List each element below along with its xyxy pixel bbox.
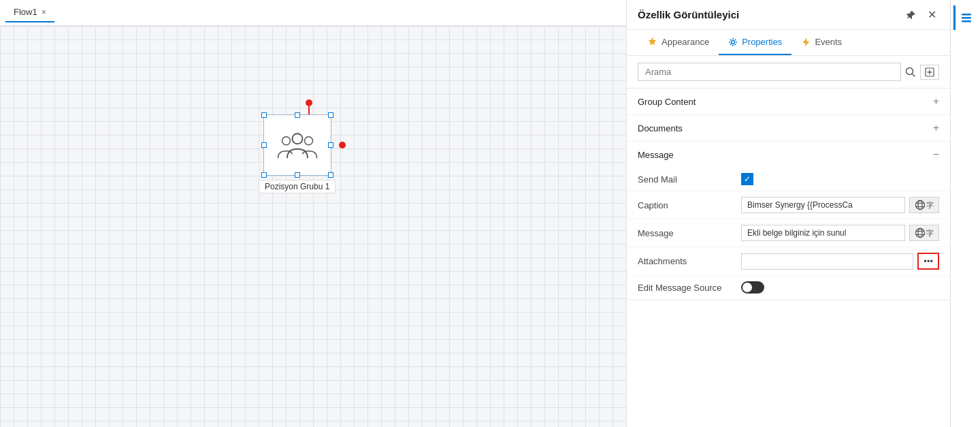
- svg-point-9: [916, 201, 925, 210]
- panel-list-button[interactable]: [953, 5, 978, 30]
- edit-message-source-label: Edit Message Source: [638, 283, 733, 293]
- handle-mr[interactable]: [328, 142, 333, 148]
- send-mail-checkbox[interactable]: ✓: [741, 173, 753, 185]
- pin-icon: [906, 10, 917, 20]
- message-input[interactable]: [741, 225, 905, 241]
- svg-rect-18: [962, 17, 971, 19]
- canvas-grid[interactable]: Pozisyon Grubu 1: [0, 26, 626, 427]
- svg-point-2: [304, 136, 312, 144]
- edit-message-source-toggle[interactable]: [741, 281, 764, 294]
- tab-close-btn[interactable]: ×: [42, 7, 46, 17]
- checkmark-icon: ✓: [744, 174, 751, 184]
- prop-attachments: Attachments •••: [627, 247, 950, 276]
- group-content-expand-icon[interactable]: +: [933, 95, 939, 108]
- message-value: 字: [741, 225, 939, 241]
- handle-tr[interactable]: [328, 112, 333, 118]
- node-label: Pozisyon Grubu 1: [259, 180, 336, 193]
- panel-title: Özellik Görüntüleyici: [638, 9, 739, 20]
- message-az-icon: 字: [926, 228, 934, 238]
- svg-point-1: [282, 136, 290, 144]
- attachments-browse-button[interactable]: •••: [917, 253, 939, 270]
- node-icon: [277, 127, 318, 164]
- svg-point-13: [916, 229, 925, 238]
- handle-bm[interactable]: [295, 172, 300, 178]
- panel-header: Özellik Görüntüleyici ✕: [627, 0, 950, 30]
- prop-message: Message 字: [627, 219, 950, 247]
- caption-value: 字: [741, 197, 939, 213]
- flow-node[interactable]: Pozisyon Grubu 1: [259, 114, 336, 193]
- prop-caption: Caption 字: [627, 191, 950, 219]
- attachments-value: •••: [741, 253, 939, 270]
- canvas-area: Flow1 ×: [0, 0, 626, 427]
- three-dots-icon: •••: [924, 256, 933, 266]
- panel-header-actions: ✕: [903, 7, 939, 22]
- properties-content: Group Content + Documents + Message − Se…: [627, 89, 950, 427]
- globe-icon: [915, 200, 926, 210]
- tab-appearance-label: Appearance: [662, 37, 709, 47]
- caption-label: Caption: [638, 200, 733, 210]
- connector-line: [308, 106, 310, 114]
- connector-dot-top: [306, 99, 312, 106]
- handle-br[interactable]: [328, 172, 333, 178]
- appearance-icon: [647, 37, 657, 47]
- handle-tm[interactable]: [295, 112, 300, 118]
- handle-bl[interactable]: [261, 172, 267, 178]
- tab-events-label: Events: [815, 37, 842, 47]
- search-input[interactable]: [638, 63, 901, 81]
- group-content-label: Group Content: [638, 97, 696, 107]
- panel-tabs: Appearance Properties Events: [627, 30, 950, 56]
- globe-icon-2: [915, 227, 926, 238]
- documents-label: Documents: [638, 123, 683, 133]
- caption-input[interactable]: [741, 197, 905, 213]
- message-collapse-icon[interactable]: −: [933, 148, 939, 161]
- svg-point-4: [906, 67, 913, 74]
- documents-expand-icon[interactable]: +: [933, 122, 939, 134]
- close-panel-button[interactable]: ✕: [925, 7, 939, 22]
- caption-az-icon: 字: [926, 200, 934, 210]
- tab-bar: Flow1 ×: [0, 0, 626, 26]
- events-icon: [801, 37, 811, 47]
- svg-point-14: [918, 229, 922, 238]
- close-icon: ✕: [928, 8, 936, 21]
- add-property-button[interactable]: [920, 65, 939, 80]
- search-button[interactable]: [905, 67, 916, 78]
- attachments-label: Attachments: [638, 256, 733, 266]
- toggle-container: [741, 281, 764, 294]
- tab-events[interactable]: Events: [791, 30, 851, 55]
- prop-send-mail: Send Mail ✓: [627, 168, 950, 191]
- tab-properties-label: Properties: [742, 37, 782, 47]
- search-bar: [627, 56, 950, 89]
- message-label: Message: [638, 150, 674, 160]
- message-field-label: Message: [638, 228, 733, 238]
- send-mail-label: Send Mail: [638, 174, 733, 185]
- node-box[interactable]: [263, 114, 331, 176]
- svg-line-5: [913, 74, 915, 76]
- toggle-knob: [742, 283, 752, 292]
- message-header[interactable]: Message −: [627, 142, 950, 168]
- section-message: Message − Send Mail ✓ Caption: [627, 142, 950, 300]
- svg-point-0: [292, 133, 302, 144]
- right-panel: Özellik Görüntüleyici ✕ Appearance: [626, 0, 950, 427]
- svg-rect-17: [962, 14, 971, 16]
- svg-rect-19: [962, 20, 971, 22]
- section-documents[interactable]: Documents +: [627, 115, 950, 142]
- handle-tl[interactable]: [261, 112, 267, 118]
- prop-edit-message-source: Edit Message Source: [627, 276, 950, 300]
- caption-translate-button[interactable]: 字: [909, 197, 939, 213]
- tab-flow1[interactable]: Flow1 ×: [5, 3, 54, 22]
- pin-button[interactable]: [903, 8, 919, 22]
- far-right-panel: [950, 0, 980, 427]
- svg-point-10: [918, 201, 922, 210]
- section-group-content[interactable]: Group Content +: [627, 89, 950, 115]
- handle-ml[interactable]: [261, 142, 267, 148]
- attachments-input[interactable]: [741, 253, 913, 270]
- svg-point-3: [732, 40, 735, 44]
- message-translate-button[interactable]: 字: [909, 225, 939, 241]
- top-connector: [306, 99, 312, 114]
- right-connector: [339, 142, 346, 148]
- tab-appearance[interactable]: Appearance: [638, 30, 719, 55]
- send-mail-value: ✓: [741, 173, 939, 185]
- search-icon: [905, 67, 916, 78]
- gear-icon: [728, 37, 738, 47]
- tab-properties[interactable]: Properties: [719, 30, 791, 55]
